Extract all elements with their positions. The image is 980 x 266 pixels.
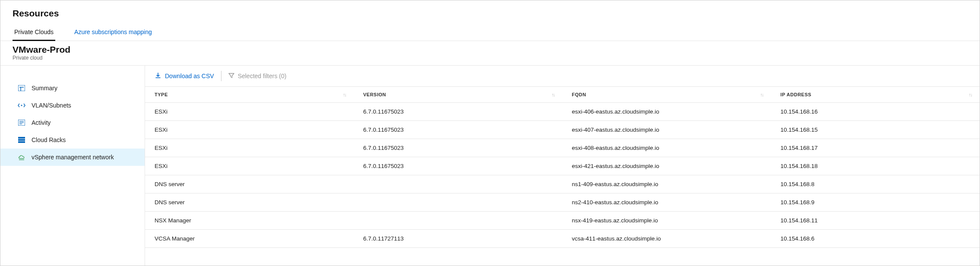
cell-version: 6.7.0.11675023 — [354, 103, 562, 121]
cell-type: ESXi — [145, 139, 354, 157]
cell-version: 6.7.0.11675023 — [354, 157, 562, 175]
download-csv-label: Download as CSV — [165, 73, 214, 79]
table-row[interactable]: NSX Managernsx-419-eastus.az.cloudsimple… — [145, 212, 980, 230]
toolbar: Download as CSV Selected filters (0) — [145, 66, 980, 86]
svg-rect-9 — [18, 139, 25, 141]
cell-version: 6.7.0.11727113 — [354, 230, 562, 248]
svg-rect-10 — [18, 141, 25, 143]
cell-type: ESXi — [145, 157, 354, 175]
sidebar-item-vsphere-network[interactable]: vSphere management network — [0, 149, 145, 166]
table-row[interactable]: DNS serverns1-409-eastus.az.cloudsimple.… — [145, 175, 980, 193]
sort-icon: ↑↓ — [760, 92, 763, 97]
activity-icon — [18, 120, 25, 126]
sidebar-item-label: Activity — [32, 119, 51, 126]
filter-label: Selected filters (0) — [238, 73, 287, 79]
sort-icon: ↑↓ — [552, 92, 555, 97]
svg-rect-8 — [18, 137, 25, 139]
sidebar-item-activity[interactable]: Activity — [0, 114, 145, 131]
sort-icon: ↑↓ — [969, 92, 972, 97]
cell-type: ESXi — [145, 121, 354, 139]
sort-icon: ↑↓ — [343, 92, 346, 97]
sidebar-item-label: vSphere management network — [32, 154, 114, 161]
col-header-ip[interactable]: IP ADDRESS ↑↓ — [771, 87, 980, 103]
cell-type: VCSA Manager — [145, 230, 354, 248]
sidebar-item-label: Cloud Racks — [32, 136, 66, 143]
tab-azure-subscriptions[interactable]: Azure subscriptions mapping — [73, 24, 154, 41]
svg-rect-0 — [18, 85, 25, 91]
sidebar: Summary VLAN/Subnets Activity Cloud Rack… — [0, 66, 145, 266]
table-row[interactable]: ESXi6.7.0.11675023esxi-408-eastus.az.clo… — [145, 139, 980, 157]
cell-fqdn: esxi-408-eastus.az.cloudsimple.io — [563, 139, 771, 157]
cell-fqdn: esxi-407-eastus.az.cloudsimple.io — [563, 121, 771, 139]
sidebar-item-label: Summary — [32, 85, 57, 92]
cell-fqdn: nsx-419-eastus.az.cloudsimple.io — [563, 212, 771, 230]
download-icon — [155, 72, 161, 80]
cell-ip: 10.154.168.18 — [771, 157, 980, 175]
network-table: TYPE ↑↓ VERSION ↑↓ FQDN ↑↓ IP ADDRESS ↑↓ — [145, 86, 980, 248]
table-row[interactable]: ESXi6.7.0.11675023esxi-406-eastus.az.clo… — [145, 103, 980, 121]
filter-icon — [228, 73, 234, 80]
table-row[interactable]: VCSA Manager6.7.0.11727113vcsa-411-eastu… — [145, 230, 980, 248]
cell-type: NSX Manager — [145, 212, 354, 230]
sub-title: VMware-Prod — [13, 44, 967, 55]
sub-subtitle: Private cloud — [13, 55, 967, 61]
cell-version: 6.7.0.11675023 — [354, 121, 562, 139]
cell-type: ESXi — [145, 103, 354, 121]
filter-indicator[interactable]: Selected filters (0) — [228, 73, 287, 80]
cell-version — [354, 212, 562, 230]
cell-ip: 10.154.168.8 — [771, 175, 980, 193]
tab-private-clouds[interactable]: Private Clouds — [13, 24, 55, 41]
summary-icon — [18, 85, 25, 91]
cell-type: DNS server — [145, 193, 354, 212]
vsphere-icon — [18, 154, 25, 160]
download-csv-button[interactable]: Download as CSV — [155, 72, 214, 80]
cell-fqdn: ns2-410-eastus.az.cloudsimple.io — [563, 193, 771, 212]
cell-ip: 10.154.168.6 — [771, 230, 980, 248]
sidebar-item-cloud-racks[interactable]: Cloud Racks — [0, 131, 145, 149]
top-tabs: Private Clouds Azure subscriptions mappi… — [0, 24, 980, 41]
table-row[interactable]: ESXi6.7.0.11675023esxi-407-eastus.az.clo… — [145, 121, 980, 139]
cell-fqdn: esxi-406-eastus.az.cloudsimple.io — [563, 103, 771, 121]
cell-ip: 10.154.168.17 — [771, 139, 980, 157]
cell-fqdn: ns1-409-eastus.az.cloudsimple.io — [563, 175, 771, 193]
cloud-racks-icon — [18, 137, 25, 143]
col-header-type[interactable]: TYPE ↑↓ — [145, 87, 354, 103]
table-row[interactable]: DNS serverns2-410-eastus.az.cloudsimple.… — [145, 193, 980, 212]
sidebar-item-summary[interactable]: Summary — [0, 79, 145, 97]
vlan-icon — [18, 102, 25, 108]
content-area: Download as CSV Selected filters (0) TYP… — [145, 66, 980, 266]
cell-ip: 10.154.168.9 — [771, 193, 980, 212]
cell-fqdn: vcsa-411-eastus.az.cloudsimple.io — [563, 230, 771, 248]
cell-version: 6.7.0.11675023 — [354, 139, 562, 157]
cell-ip: 10.154.168.15 — [771, 121, 980, 139]
cell-ip: 10.154.168.16 — [771, 103, 980, 121]
cell-version — [354, 175, 562, 193]
col-header-fqdn[interactable]: FQDN ↑↓ — [563, 87, 771, 103]
cell-version — [354, 193, 562, 212]
table-row[interactable]: ESXi6.7.0.11675023esxi-421-eastus.az.clo… — [145, 157, 980, 175]
col-header-version[interactable]: VERSION ↑↓ — [354, 87, 562, 103]
cell-ip: 10.154.168.11 — [771, 212, 980, 230]
cell-type: DNS server — [145, 175, 354, 193]
page-title: Resources — [0, 0, 980, 24]
sidebar-item-label: VLAN/Subnets — [32, 102, 71, 109]
cell-fqdn: esxi-421-eastus.az.cloudsimple.io — [563, 157, 771, 175]
toolbar-divider — [221, 71, 221, 81]
svg-point-3 — [21, 105, 22, 106]
sidebar-item-vlan[interactable]: VLAN/Subnets — [0, 97, 145, 114]
sub-header: VMware-Prod Private cloud — [0, 41, 980, 66]
